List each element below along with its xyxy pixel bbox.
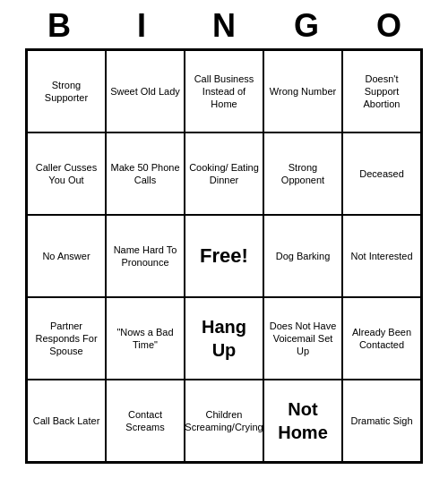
bingo-cell-0[interactable]: Strong Supporter: [27, 50, 106, 132]
bingo-cell-22[interactable]: Children Screaming/Crying: [185, 380, 263, 462]
bingo-cell-18[interactable]: Does Not Have Voicemail Set Up: [263, 297, 342, 380]
bingo-cell-6[interactable]: Make 50 Phone Calls: [106, 132, 185, 215]
bingo-cell-3[interactable]: Wrong Number: [263, 50, 342, 132]
bingo-cell-21[interactable]: Contact Screams: [106, 380, 185, 462]
bingo-cell-14[interactable]: Not Interested: [342, 215, 421, 297]
bingo-cell-1[interactable]: Sweet Old Lady: [106, 50, 185, 132]
letter-n: N: [188, 7, 260, 45]
bingo-cell-5[interactable]: Caller Cusses You Out: [27, 132, 106, 215]
bingo-cell-11[interactable]: Name Hard To Pronounce: [106, 215, 185, 297]
bingo-cell-8[interactable]: Strong Opponent: [263, 132, 342, 215]
bingo-cell-23[interactable]: Not Home: [263, 380, 342, 462]
letter-b: B: [23, 7, 95, 45]
bingo-cell-4[interactable]: Doesn't Support Abortion: [342, 50, 421, 132]
bingo-cell-15[interactable]: Partner Responds For Spouse: [27, 297, 106, 380]
bingo-cell-16[interactable]: "Nows a Bad Time": [106, 297, 185, 380]
letter-g: G: [271, 7, 342, 45]
bingo-cell-17[interactable]: Hang Up: [185, 297, 263, 380]
bingo-cell-2[interactable]: Call Business Instead of Home: [185, 50, 263, 132]
letter-i: I: [106, 7, 177, 45]
bingo-title: B I N G O: [18, 0, 430, 48]
bingo-cell-10[interactable]: No Answer: [27, 215, 106, 297]
bingo-cell-13[interactable]: Dog Barking: [263, 215, 342, 297]
bingo-cell-7[interactable]: Cooking/ Eating Dinner: [185, 132, 263, 215]
bingo-cell-20[interactable]: Call Back Later: [27, 380, 106, 462]
bingo-grid: Strong SupporterSweet Old LadyCall Busin…: [25, 48, 423, 464]
bingo-cell-12[interactable]: Free!: [185, 215, 263, 297]
bingo-cell-19[interactable]: Already Been Contacted: [342, 297, 421, 380]
bingo-cell-9[interactable]: Deceased: [342, 132, 421, 215]
letter-o: O: [353, 7, 425, 45]
bingo-cell-24[interactable]: Dramatic Sigh: [342, 380, 421, 462]
